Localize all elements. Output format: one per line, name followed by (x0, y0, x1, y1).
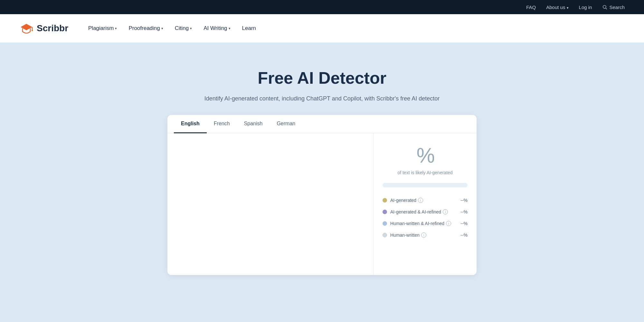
search-button[interactable]: Search (602, 5, 625, 10)
nav-item-learn[interactable]: Learn (238, 23, 260, 34)
ai-writing-chevron-icon: ▾ (229, 26, 231, 31)
progress-bar (383, 183, 468, 187)
hero-section: Free AI Detector Identify AI-generated c… (0, 43, 644, 291)
nav-proofreading-label: Proofreading (128, 25, 160, 32)
ai-refined-label: AI-generated & AI-refined i (390, 209, 448, 214)
logo-icon (19, 21, 33, 35)
logo[interactable]: Scribbr (19, 21, 68, 35)
search-label: Search (609, 5, 625, 10)
human-ai-refined-label: Human-written & AI-refined i (390, 221, 451, 226)
about-link[interactable]: About us ▾ (546, 5, 568, 10)
legend-item-ai-refined: AI-generated & AI-refined i --% (383, 209, 468, 214)
about-label: About us (546, 5, 565, 10)
faq-link[interactable]: FAQ (526, 5, 536, 10)
svg-point-5 (32, 30, 33, 31)
ai-generated-info-icon[interactable]: i (418, 198, 423, 203)
main-card: English French Spanish German (167, 115, 477, 275)
nav-learn-label: Learn (242, 25, 256, 32)
about-chevron-icon: ▾ (567, 6, 569, 10)
nav-item-proofreading[interactable]: Proofreading ▾ (124, 23, 167, 34)
nav-ai-writing-label: AI Writing (204, 25, 227, 32)
human-ai-refined-dot (383, 221, 387, 226)
text-input[interactable] (175, 141, 365, 267)
tab-german[interactable]: German (270, 115, 302, 133)
human-ai-refined-info-icon[interactable]: i (446, 221, 451, 226)
navbar: Scribbr Plagiarism ▾ Proofreading ▾ Citi… (0, 14, 644, 43)
language-tabs: English French Spanish German (167, 115, 477, 133)
svg-point-0 (603, 5, 606, 8)
card-body: % of text is likely AI-generated AI-gene… (167, 133, 477, 275)
nav-item-plagiarism[interactable]: Plagiarism ▾ (84, 23, 121, 34)
nav-citing-label: Citing (175, 25, 189, 32)
text-input-area (167, 133, 374, 275)
legend-item-human-ai-refined: Human-written & AI-refined i --% (383, 221, 468, 226)
ai-refined-dot (383, 210, 387, 214)
legend: AI-generated i --% AI-generat (383, 198, 468, 238)
topbar: FAQ About us ▾ Log in Search (0, 0, 644, 14)
nav-plagiarism-label: Plagiarism (88, 25, 114, 32)
logo-text: Scribbr (37, 23, 68, 33)
human-ai-refined-value: --% (460, 221, 468, 226)
ai-generated-dot (383, 198, 387, 203)
tab-spanish[interactable]: Spanish (237, 115, 270, 133)
legend-left-human-written: Human-written i (383, 232, 426, 238)
tab-english[interactable]: English (174, 115, 207, 133)
tab-english-label: English (181, 121, 200, 126)
search-icon (602, 5, 607, 10)
tab-german-label: German (277, 121, 295, 126)
ai-refined-info-icon[interactable]: i (443, 209, 448, 214)
legend-left-human-ai-refined: Human-written & AI-refined i (383, 221, 451, 226)
legend-item-human-written: Human-written i --% (383, 232, 468, 238)
proofreading-chevron-icon: ▾ (161, 26, 163, 31)
nav-menu: Plagiarism ▾ Proofreading ▾ Citing ▾ AI … (84, 23, 260, 34)
plagiarism-chevron-icon: ▾ (115, 26, 117, 31)
human-written-dot (383, 233, 387, 237)
percent-label: of text is likely AI-generated (397, 170, 452, 175)
human-written-info-icon[interactable]: i (421, 232, 426, 238)
ai-refined-value: --% (460, 209, 468, 214)
results-panel: % of text is likely AI-generated AI-gene… (374, 133, 477, 275)
nav-item-ai-writing[interactable]: AI Writing ▾ (199, 23, 235, 34)
legend-item-ai-generated: AI-generated i --% (383, 198, 468, 203)
citing-chevron-icon: ▾ (190, 26, 192, 31)
tab-spanish-label: Spanish (244, 121, 263, 126)
percent-symbol: % (417, 144, 434, 167)
legend-left-ai-refined: AI-generated & AI-refined i (383, 209, 448, 214)
hero-title: Free AI Detector (0, 68, 644, 88)
login-link[interactable]: Log in (579, 5, 592, 10)
svg-line-1 (606, 8, 607, 9)
legend-left-ai-generated: AI-generated i (383, 198, 423, 203)
human-written-label: Human-written i (390, 232, 426, 238)
tab-french-label: French (214, 121, 230, 126)
human-written-value: --% (460, 232, 468, 238)
ai-generated-value: --% (460, 198, 468, 203)
tab-french[interactable]: French (207, 115, 237, 133)
hero-subtitle: Identify AI-generated content, including… (0, 95, 644, 102)
ai-generated-label: AI-generated i (390, 198, 423, 203)
nav-item-citing[interactable]: Citing ▾ (170, 23, 196, 34)
